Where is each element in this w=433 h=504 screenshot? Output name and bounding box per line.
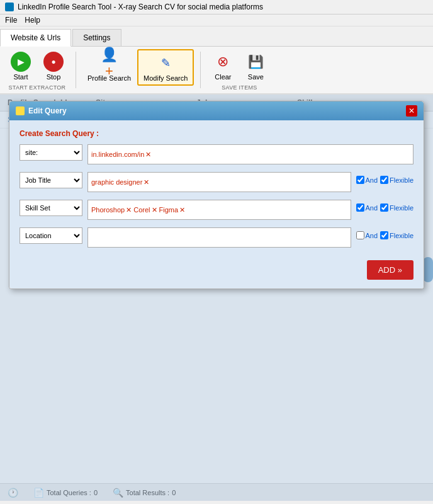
job-title-tag-input-area[interactable]: graphic designer ✕ xyxy=(87,172,351,192)
job-title-flexible-checkbox[interactable] xyxy=(380,176,388,184)
start-extractor-label: START EXTRACTOR xyxy=(9,84,66,91)
start-button[interactable]: ▶ Start xyxy=(5,49,37,83)
skill-tag-figma: Figma ✕ xyxy=(159,206,186,214)
dialog-title-text: Edit Query xyxy=(28,106,67,115)
job-title-checkboxes: And Flexible xyxy=(356,172,413,184)
location-and-label[interactable]: And xyxy=(356,231,378,239)
dialog-body: Create Search Query : site: in.linkedin.… xyxy=(9,120,424,289)
search-buttons: 👤+ Profile Search ✎ Modify Search xyxy=(82,49,194,86)
search-section: 👤+ Profile Search ✎ Modify Search xyxy=(82,49,194,91)
profile-search-icon: 👤+ xyxy=(99,53,120,73)
dialog-titlebar: Edit Query ✕ xyxy=(9,101,424,120)
location-flexible-text: Flexible xyxy=(390,232,413,239)
location-row: Location And Flexible xyxy=(20,227,413,248)
save-items-label: SAVE ITEMS xyxy=(222,84,257,91)
job-title-row: Job Title graphic designer ✕ And xyxy=(20,172,413,192)
profile-search-label: Profile Search xyxy=(87,74,131,82)
job-title-and-checkbox[interactable] xyxy=(356,176,364,184)
modal-overlay: Edit Query ✕ Create Search Query : site:… xyxy=(0,94,433,501)
job-title-and-label[interactable]: And xyxy=(356,176,378,184)
location-checkboxes: And Flexible xyxy=(356,227,413,239)
and-text: And xyxy=(366,176,378,184)
title-bar: LinkedIn Profile Search Tool - X-ray Sea… xyxy=(0,0,433,14)
stop-button[interactable]: ● Stop xyxy=(38,49,69,83)
tab-website-urls[interactable]: Website & Urls xyxy=(0,29,71,47)
profile-search-button[interactable]: 👤+ Profile Search xyxy=(82,50,136,84)
skill-tag-corel-value: Corel xyxy=(133,206,150,214)
skill-tag-phoroshop-value: Phoroshop xyxy=(91,206,125,214)
person-add-icon: 👤+ xyxy=(99,53,120,73)
skill-and-label[interactable]: And xyxy=(356,203,378,212)
job-title-tag: graphic designer ✕ xyxy=(91,178,149,186)
skill-set-checkboxes: And Flexible xyxy=(356,200,413,212)
site-tag-input[interactable] xyxy=(153,151,410,158)
start-extractor-section: ▶ Start ● Stop START EXTRACTOR xyxy=(5,49,69,91)
add-button-container: ADD » xyxy=(20,255,413,280)
clear-label: Clear xyxy=(215,73,231,81)
tab-settings[interactable]: Settings xyxy=(72,29,121,46)
create-query-label: Create Search Query : xyxy=(20,129,413,138)
save-section: ⊗ Clear 💾 Save SAVE ITEMS xyxy=(207,49,271,91)
site-row: site: in.linkedin.com/in ✕ xyxy=(20,144,413,164)
skill-figma-remove[interactable]: ✕ xyxy=(179,206,185,214)
edit-query-dialog: Edit Query ✕ Create Search Query : site:… xyxy=(9,101,424,289)
dialog-title-content: Edit Query xyxy=(16,106,67,115)
modify-search-button[interactable]: ✎ Modify Search xyxy=(137,49,194,86)
dialog-close-button[interactable]: ✕ xyxy=(406,105,417,117)
skill-set-tag-input-area[interactable]: Phoroshop ✕ Corel ✕ Figma ✕ xyxy=(87,200,351,220)
skill-flexible-checkbox[interactable] xyxy=(380,203,388,212)
flexible-text: Flexible xyxy=(390,176,413,184)
site-tag-remove[interactable]: ✕ xyxy=(145,151,151,159)
skill-flexible-label[interactable]: Flexible xyxy=(380,203,413,212)
location-and-checkbox[interactable] xyxy=(356,231,364,239)
edit-icon: ✎ xyxy=(155,53,176,73)
job-title-tag-remove[interactable]: ✕ xyxy=(143,178,149,186)
job-title-flexible-label[interactable]: Flexible xyxy=(380,176,413,184)
menu-help[interactable]: Help xyxy=(25,16,40,25)
location-field-select[interactable]: Location xyxy=(20,227,82,244)
modify-search-icon: ✎ xyxy=(155,53,176,73)
site-tag: in.linkedin.com/in ✕ xyxy=(91,151,151,159)
add-button[interactable]: ADD » xyxy=(367,260,413,280)
skill-set-field-select[interactable]: Skill Set xyxy=(20,200,82,216)
main-area: Profile Search Id Site Jobs Skills Searc… xyxy=(0,94,433,501)
dialog-title-icon xyxy=(16,106,25,115)
stop-circle-icon: ● xyxy=(43,52,64,72)
skill-and-checkbox[interactable] xyxy=(356,203,364,212)
site-field-select[interactable]: site: xyxy=(20,144,82,161)
modify-search-label: Modify Search xyxy=(143,74,188,82)
tab-bar: Website & Urls Settings xyxy=(0,26,433,47)
location-tag-input[interactable] xyxy=(91,234,347,241)
skill-tag-corel: Corel ✕ xyxy=(133,206,157,214)
start-label: Start xyxy=(13,73,28,81)
skill-and-text: And xyxy=(366,204,378,212)
menu-file[interactable]: File xyxy=(5,16,17,25)
skill-flexible-text: Flexible xyxy=(390,204,413,212)
save-icon: 💾 xyxy=(245,52,266,72)
extractor-buttons: ▶ Start ● Stop xyxy=(5,49,69,83)
save-button[interactable]: 💾 Save xyxy=(240,49,271,83)
location-flexible-label[interactable]: Flexible xyxy=(380,231,413,239)
toolbar-divider-2 xyxy=(200,52,201,88)
clear-button[interactable]: ⊗ Clear xyxy=(207,49,239,83)
job-title-field-select[interactable]: Job Title xyxy=(20,172,82,188)
floppy-disk-icon: 💾 xyxy=(245,52,266,72)
skill-tag-input[interactable] xyxy=(187,206,347,214)
skill-corel-remove[interactable]: ✕ xyxy=(152,206,157,214)
location-tag-input-area[interactable] xyxy=(87,227,351,248)
menu-bar: File Help xyxy=(0,14,433,26)
location-and-text: And xyxy=(366,232,378,239)
start-icon: ▶ xyxy=(11,52,31,72)
clear-icon: ⊗ xyxy=(213,52,233,72)
start-play-icon: ▶ xyxy=(11,52,31,72)
app-icon xyxy=(5,3,14,11)
skill-tag-phoroshop: Phoroshop ✕ xyxy=(91,206,132,214)
skill-phoroshop-remove[interactable]: ✕ xyxy=(126,206,132,214)
toolbar: ▶ Start ● Stop START EXTRACTOR 👤+ Profil… xyxy=(0,47,433,94)
location-flexible-checkbox[interactable] xyxy=(380,231,388,239)
site-tag-input-area[interactable]: in.linkedin.com/in ✕ xyxy=(87,144,413,164)
job-title-tag-input[interactable] xyxy=(151,178,347,186)
save-label: Save xyxy=(248,73,264,81)
toolbar-divider-1 xyxy=(76,52,76,88)
stop-label: Stop xyxy=(47,73,61,81)
